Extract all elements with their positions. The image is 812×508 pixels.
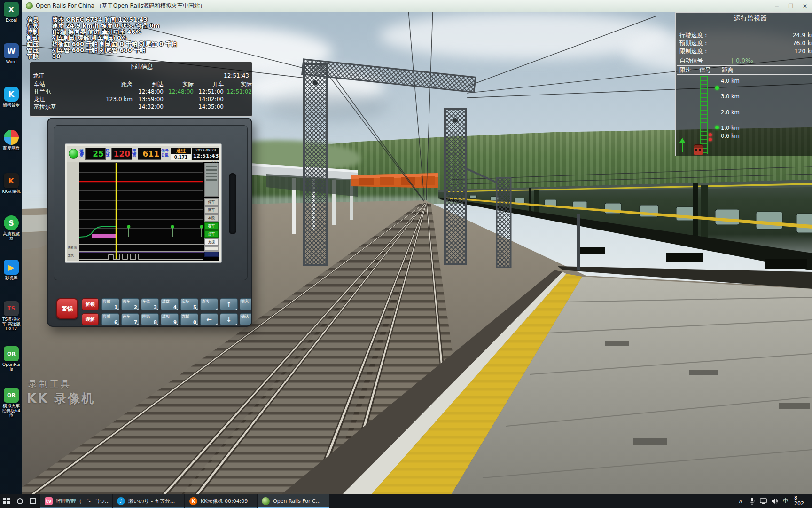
lkj-side-button[interactable]: 支援: [204, 238, 219, 246]
key-query[interactable]: 查询: [200, 298, 218, 310]
microphone-icon[interactable]: [746, 494, 757, 508]
minimize-button[interactable]: ─: [770, 0, 784, 12]
lkj-side-button[interactable]: 货车: [204, 230, 219, 238]
distance-marker: 4.0 km: [721, 78, 740, 84]
desktop-icon-label: OpenRails: [2, 362, 21, 372]
station-row: 龙江123.0 km13:59:0014:02:00: [30, 95, 252, 103]
track-monitor-panel: 运行监视器 行驶速度：24.9 km/h 预期速度：76.0 km/h 限制速度…: [675, 12, 812, 156]
ts-icon: TS: [4, 301, 19, 316]
music-icon: ♪: [117, 497, 125, 505]
arrow-left-key[interactable]: ←: [200, 313, 218, 325]
desktop-icon-label: 模拟火车 经典版64位: [2, 404, 21, 418]
bilibili-icon: tv: [45, 497, 53, 505]
taskbar-app-bilibili[interactable]: tv 哔哩哔哩（ ゜- ゜)つ...: [40, 494, 112, 508]
vigilance-button[interactable]: 警惕: [56, 298, 78, 319]
openrails-icon: OR: [4, 388, 19, 403]
key-input[interactable]: 输入: [240, 298, 252, 310]
screen-root: XExcel WWord K酷狗音乐 百度网盘 KKK录像机 S高清视览器 ▶影…: [0, 0, 812, 508]
key-confirm[interactable]: 确认: [240, 313, 252, 325]
gradient-value: 0.0‰: [736, 57, 753, 64]
green-signal-dot: [715, 126, 719, 129]
lkj-speed-plot: [67, 146, 219, 261]
hud-value: 30: [52, 53, 177, 59]
taskbar-app-kk-recorder[interactable]: K KK录像机 00:04:09: [185, 494, 257, 508]
key-phase[interactable]: 过相9: [161, 313, 179, 325]
key-forward[interactable]: 向前1: [102, 298, 119, 310]
openrails-icon: [262, 497, 270, 505]
station-row: 扎兰屯12:48:0012:48:0012:51:0012:51:02: [30, 88, 252, 95]
desktop-icon-netdisk[interactable]: 百度网盘: [2, 130, 21, 151]
recorder-icon: K: [4, 173, 19, 188]
desktop-icon-label: Excel: [2, 18, 21, 23]
lkj-side-button[interactable]: 客车: [204, 222, 219, 230]
title-bar[interactable]: Open Rails For China （基于Open Rails源码和模拟火…: [22, 0, 812, 12]
key-position[interactable]: 车位3: [141, 298, 159, 310]
header-signal: 信号: [699, 66, 711, 74]
key-switch[interactable]: 过岔4: [161, 298, 179, 310]
ime-language-indicator[interactable]: 中: [780, 494, 791, 508]
desktop-icon-label: TS模拟火车 高速版DX12: [2, 317, 21, 331]
desktop-icon-label: KK录像机: [2, 189, 21, 194]
desktop-icon-openrails[interactable]: OROpenRails: [2, 346, 21, 372]
watermark-line1: 录制工具: [28, 378, 71, 390]
hud-label: 节数: [27, 53, 52, 59]
game-viewport[interactable]: 信息版本 ORFC 6734 时间:12:51:43 行驶速度 24.9 km/…: [22, 12, 812, 494]
distance-marker: 3.0 km: [721, 93, 740, 100]
taskbar-app-open-rails[interactable]: Open Rails For C...: [258, 494, 329, 508]
key-backward[interactable]: 向后6: [102, 313, 119, 325]
monitor-value: 76.0 km/h: [793, 40, 812, 48]
panel-clock: 12:51:43: [224, 71, 249, 80]
start-button[interactable]: [0, 494, 13, 508]
desktop-icon-video[interactable]: ▶影视库: [2, 260, 21, 280]
desktop-icon-label: 高清视览器: [2, 231, 21, 241]
lkj-side-menu: 停车 调车 本段 客车 货车 支援: [204, 163, 219, 257]
hud-info: 信息版本 ORFC 6734 时间:12:51:43 行驶速度 24.9 km/…: [27, 16, 177, 59]
lkj-side-indicator: [204, 252, 219, 257]
arrow-up-key[interactable]: ↑: [220, 298, 238, 310]
openrails-icon: OR: [4, 346, 19, 361]
own-train-icon: [694, 144, 703, 155]
display-icon[interactable]: [757, 494, 769, 508]
monitor-value: 120 km/h: [795, 48, 812, 56]
desktop-icon-classic[interactable]: OR模拟火车 经典版64位: [2, 388, 21, 418]
close-button[interactable]: ✕: [798, 0, 812, 12]
lkj-speaker-slot: [229, 173, 236, 234]
distance-marker: 2.0 km: [721, 109, 740, 116]
key-downgrade[interactable]: 降级8: [141, 313, 159, 325]
key-depart[interactable]: 开车7: [121, 313, 139, 325]
release-button[interactable]: 缓解: [82, 313, 99, 325]
speaker-icon[interactable]: [769, 494, 780, 508]
desktop-icon-kk-recorder[interactable]: KKK录像机: [2, 173, 21, 194]
arrow-down-key[interactable]: ↓: [220, 313, 238, 325]
desktop-icon-word[interactable]: WWord: [2, 43, 21, 64]
player-icon: S: [4, 215, 19, 230]
distance-marker: 0.6 km: [721, 133, 740, 139]
unlock-button[interactable]: 解锁: [82, 298, 99, 310]
desktop-icon-player[interactable]: S高清视览器: [2, 215, 21, 241]
desktop-icon-excel[interactable]: XExcel: [2, 2, 21, 23]
taskbar-app-label: 濑いのり - 五等分...: [128, 498, 175, 505]
desktop-icon-label: Word: [2, 59, 21, 64]
station-table-header: 车站距离到达实际开车实际: [30, 80, 252, 88]
key-assist[interactable]: 支援0: [180, 313, 198, 325]
lkj-side-button[interactable]: 调车: [204, 206, 219, 214]
desktop-icon-label: 酷狗音乐: [2, 103, 21, 107]
taskbar-app-music[interactable]: ♪ 濑いのり - 五等分...: [113, 494, 184, 508]
key-shunt[interactable]: 调车2: [121, 298, 139, 310]
key-calibrate[interactable]: 定标5: [180, 298, 198, 310]
lkj-side-button[interactable]: 本段: [204, 214, 219, 222]
maximize-button[interactable]: ❐: [784, 0, 798, 12]
search-icon[interactable]: [13, 494, 26, 508]
desktop-icon-label: 影视库: [2, 276, 21, 280]
desktop-icon-kugou[interactable]: K酷狗音乐: [2, 87, 21, 107]
desktop-icon-label: 百度网盘: [2, 146, 21, 151]
taskbar-clock[interactable]: 8 202: [791, 495, 812, 507]
task-view-icon[interactable]: [26, 494, 39, 508]
gradient-indicator: |: [731, 57, 733, 64]
simulator-window: Open Rails For China （基于Open Rails源码和模拟火…: [22, 0, 812, 494]
lkj-side-button[interactable]: 停车: [204, 198, 219, 206]
tray-expand-icon[interactable]: ∧: [735, 494, 746, 508]
monitor-label: 预期速度：: [679, 40, 709, 48]
app-icon: [26, 2, 33, 9]
desktop-icon-ts[interactable]: TSTS模拟火车 高速版DX12: [2, 301, 21, 331]
